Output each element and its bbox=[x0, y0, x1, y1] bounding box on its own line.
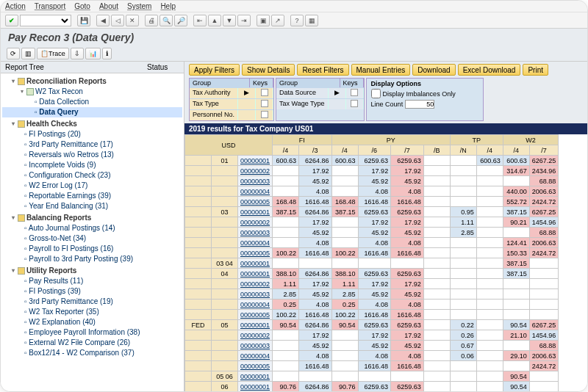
tree-leaf[interactable]: ▫ Employee Payroll Information (38) bbox=[2, 327, 182, 338]
code-link[interactable]: 00000001 bbox=[238, 320, 273, 330]
code-link[interactable]: 00000005 bbox=[238, 361, 273, 371]
code-link[interactable]: 00000003 bbox=[238, 289, 273, 300]
back-icon[interactable]: ◀ bbox=[96, 15, 110, 26]
tree-leaf[interactable]: ▫ Box12/14 - W2 Comparison (37) bbox=[2, 348, 182, 358]
filter-row-item[interactable]: Tax Type bbox=[190, 98, 273, 109]
shortcut-icon[interactable]: ↗ bbox=[271, 15, 284, 26]
tree-leaf[interactable]: ▫ W2 Tax Reporter (35) bbox=[2, 307, 182, 317]
code-link[interactable]: 00000004 bbox=[238, 351, 273, 361]
data-grid-scroll[interactable]: USDFIPYTPW2/4/3/4/6/7/B/N/4/4/7010000000… bbox=[184, 134, 587, 392]
tree-leaf[interactable]: ▫ Data Collection bbox=[2, 97, 182, 107]
tree-group[interactable]: ▾ Balancing Reports bbox=[2, 213, 182, 223]
tree-group[interactable]: ▾ Utility Reports bbox=[2, 266, 182, 276]
help-icon[interactable]: ? bbox=[290, 15, 304, 26]
line-count-field[interactable]: Line Count bbox=[371, 100, 478, 109]
layout-variant-icon[interactable]: ▥ bbox=[21, 48, 35, 59]
tree-leaf[interactable]: ▫ Incomplete Voids (9) bbox=[2, 160, 182, 170]
action-button[interactable]: Show Details bbox=[242, 64, 295, 76]
tree-node[interactable]: ▾ W2 Tax Recon bbox=[2, 87, 182, 97]
filter-row-item[interactable]: Tax Wage Type bbox=[276, 98, 364, 109]
report-tree[interactable]: ▾ Reconciliation Reports▾ W2 Tax Recon▫ … bbox=[1, 73, 184, 392]
info-icon[interactable]: ℹ bbox=[102, 48, 112, 59]
tree-leaf[interactable]: ▫ FI Postings (39) bbox=[2, 286, 182, 297]
tree-leaf[interactable]: ▫ Auto Journal Postings (14) bbox=[2, 223, 182, 233]
menu-system[interactable]: System bbox=[127, 2, 151, 10]
prev-page-icon[interactable]: ▲ bbox=[208, 15, 221, 26]
tree-leaf[interactable]: ▫ W2 Explanation (40) bbox=[2, 317, 182, 327]
code-link[interactable]: 00000002 bbox=[238, 217, 273, 228]
filter-row-item[interactable]: Personnel No. bbox=[190, 109, 273, 120]
code-link[interactable]: 00000003 bbox=[238, 228, 273, 238]
tree-leaf[interactable]: ▫ Payroll to FI Postings (16) bbox=[2, 244, 182, 254]
find-next-icon[interactable]: 🔎 bbox=[174, 15, 187, 26]
data-cell bbox=[299, 371, 332, 382]
code-link[interactable]: 00000004 bbox=[238, 186, 273, 197]
imbalances-checkbox[interactable]: Display Imbalances Only bbox=[371, 89, 478, 98]
tree-leaf[interactable]: ▫ Reportable Earnings (39) bbox=[2, 191, 182, 201]
menu-goto[interactable]: Goto bbox=[74, 2, 90, 10]
tree-leaf[interactable]: ▫ 3rd Party Remittance (19) bbox=[2, 297, 182, 307]
tree-leaf[interactable]: ▫ W2 Error Log (17) bbox=[2, 181, 182, 191]
menu-transport[interactable]: Transport bbox=[35, 2, 65, 10]
chart-icon[interactable]: 📊 bbox=[85, 48, 101, 59]
auth-cell bbox=[185, 310, 212, 320]
code-link[interactable]: 00000004 bbox=[238, 300, 273, 310]
print-icon[interactable]: 🖨 bbox=[145, 15, 158, 26]
cancel-icon[interactable]: ✕ bbox=[126, 15, 139, 26]
code-link[interactable]: 00000001 bbox=[238, 269, 273, 279]
code-link[interactable]: 00000001 bbox=[238, 156, 273, 166]
code-link[interactable]: 00000002 bbox=[238, 330, 273, 341]
code-link[interactable]: 00000001 bbox=[238, 258, 273, 269]
save-icon[interactable]: 💾 bbox=[77, 15, 90, 26]
tree-leaf[interactable]: ▫ Year End Balancing (31) bbox=[2, 201, 182, 211]
enter-icon[interactable]: ✔ bbox=[5, 15, 18, 26]
tree-leaf[interactable]: ▫ Payroll to 3rd Party Posting (39) bbox=[2, 254, 182, 264]
action-button[interactable]: Download bbox=[412, 64, 455, 76]
code-link[interactable]: 00000002 bbox=[238, 166, 273, 176]
code-link[interactable]: 00000003 bbox=[238, 176, 273, 186]
tree-group[interactable]: ▾ Reconciliation Reports bbox=[2, 76, 182, 87]
tree-leaf[interactable]: ▫ Gross-to-Net (34) bbox=[2, 233, 182, 244]
next-page-icon[interactable]: ▼ bbox=[223, 15, 236, 26]
code-link[interactable]: 00000001 bbox=[238, 207, 273, 217]
find-icon[interactable]: 🔍 bbox=[159, 15, 173, 26]
code-link[interactable]: 00000005 bbox=[238, 197, 273, 207]
code-link[interactable]: 00000004 bbox=[238, 238, 273, 248]
tree-leaf[interactable]: ▫ 3rd Party Remittance (17) bbox=[2, 139, 182, 150]
action-button[interactable]: Excel Download bbox=[458, 64, 521, 76]
data-cell bbox=[476, 248, 503, 258]
tree-header: Report Tree Status bbox=[1, 62, 184, 73]
code-link[interactable]: 00000005 bbox=[238, 310, 273, 320]
tree-leaf[interactable]: ▫ Reversals w/o Retros (13) bbox=[2, 150, 182, 160]
tree-leaf[interactable]: ▫ Pay Results (11) bbox=[2, 276, 182, 286]
menu-action[interactable]: Action bbox=[5, 2, 26, 10]
last-page-icon[interactable]: ⇥ bbox=[237, 15, 251, 26]
export-icon[interactable]: ⇩ bbox=[71, 48, 84, 59]
action-button[interactable]: Print bbox=[523, 64, 548, 76]
tree-group[interactable]: ▾ Health Checks bbox=[2, 119, 182, 129]
filter-row-item[interactable]: Tax Authority▶ bbox=[190, 87, 273, 98]
command-field[interactable] bbox=[20, 15, 71, 26]
new-session-icon[interactable]: ▣ bbox=[257, 15, 270, 26]
code-link[interactable]: 00000002 bbox=[238, 279, 273, 289]
code-link[interactable]: 00000001 bbox=[238, 382, 273, 392]
refresh-icon[interactable]: ⟳ bbox=[7, 48, 20, 59]
exit-icon[interactable]: ◁ bbox=[111, 15, 124, 26]
code-link[interactable]: 00000003 bbox=[238, 341, 273, 351]
menu-about[interactable]: About bbox=[99, 2, 118, 10]
layout-icon[interactable]: ▦ bbox=[305, 15, 318, 26]
tree-leaf[interactable]: ▫ Configuration Check (23) bbox=[2, 170, 182, 181]
menu-help[interactable]: Help bbox=[160, 2, 176, 10]
tree-leaf[interactable]: ▫ FI Postings (20) bbox=[2, 129, 182, 139]
action-button[interactable]: Manual Entries bbox=[351, 64, 411, 76]
tree-leaf[interactable]: ▫ Data Query bbox=[2, 107, 182, 117]
data-cell bbox=[450, 279, 476, 289]
code-link[interactable]: 00000001 bbox=[238, 371, 273, 382]
trace-button[interactable]: 📋 Trace bbox=[37, 48, 69, 59]
first-page-icon[interactable]: ⇤ bbox=[193, 15, 207, 26]
code-link[interactable]: 00000005 bbox=[238, 248, 273, 258]
action-button[interactable]: Reset Filters bbox=[297, 64, 348, 76]
tree-leaf[interactable]: ▫ External W2 File Compare (26) bbox=[2, 338, 182, 348]
filter-row-item[interactable]: Data Source▶ bbox=[276, 87, 364, 98]
action-button[interactable]: Apply Filters bbox=[189, 64, 240, 76]
